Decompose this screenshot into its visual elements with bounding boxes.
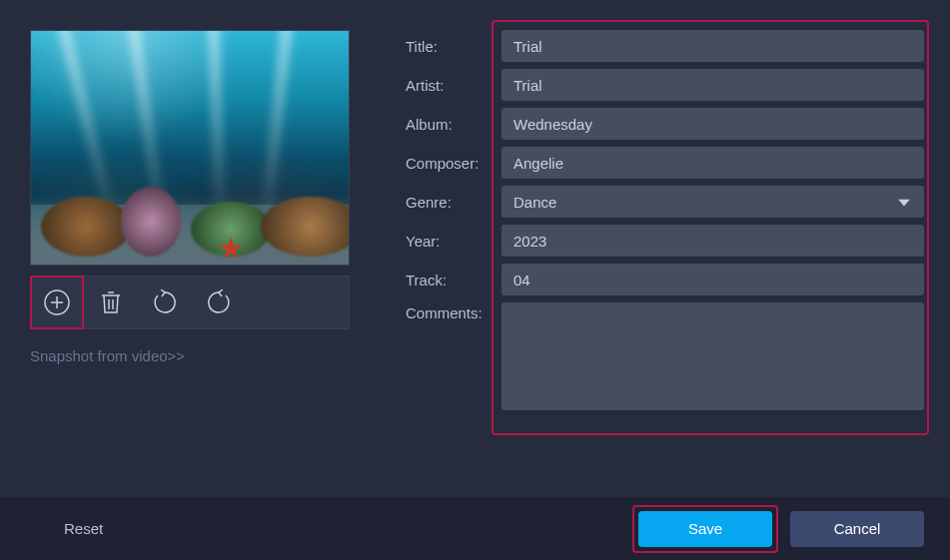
trash-icon bbox=[100, 290, 122, 314]
genre-select[interactable]: Dance bbox=[501, 186, 924, 218]
chevron-down-icon bbox=[898, 194, 910, 211]
delete-cover-button[interactable] bbox=[84, 276, 138, 329]
track-label: Track: bbox=[406, 272, 501, 288]
cancel-button[interactable]: Cancel bbox=[790, 511, 924, 547]
svg-marker-7 bbox=[898, 200, 910, 207]
year-label: Year: bbox=[406, 233, 501, 250]
artist-input[interactable] bbox=[501, 69, 924, 101]
plus-circle-icon bbox=[42, 287, 72, 317]
comments-input[interactable] bbox=[501, 302, 924, 410]
cover-art bbox=[30, 30, 350, 266]
save-button[interactable]: Save bbox=[638, 511, 772, 547]
cover-toolbar bbox=[30, 276, 350, 329]
comments-label: Comments: bbox=[406, 302, 501, 321]
genre-value: Dance bbox=[513, 194, 556, 211]
composer-input[interactable] bbox=[501, 147, 924, 179]
track-input[interactable] bbox=[501, 264, 924, 295]
add-cover-button[interactable] bbox=[30, 276, 84, 329]
reset-button[interactable]: Reset bbox=[64, 520, 103, 537]
year-input[interactable] bbox=[501, 225, 924, 257]
redo-icon bbox=[206, 289, 232, 315]
composer-label: Composer: bbox=[406, 155, 501, 172]
undo-icon bbox=[152, 289, 178, 315]
title-input[interactable] bbox=[501, 30, 924, 62]
footer-bar: Reset Save Cancel bbox=[0, 497, 950, 560]
save-highlight-box: Save bbox=[632, 505, 778, 553]
album-label: Album: bbox=[406, 116, 501, 133]
album-input[interactable] bbox=[501, 108, 924, 140]
rotate-right-button[interactable] bbox=[192, 276, 246, 329]
rotate-left-button[interactable] bbox=[138, 276, 192, 329]
title-label: Title: bbox=[406, 38, 501, 55]
genre-label: Genre: bbox=[406, 194, 501, 211]
snapshot-from-video-link[interactable]: Snapshot from video>> bbox=[30, 347, 185, 364]
artist-label: Artist: bbox=[406, 77, 501, 94]
